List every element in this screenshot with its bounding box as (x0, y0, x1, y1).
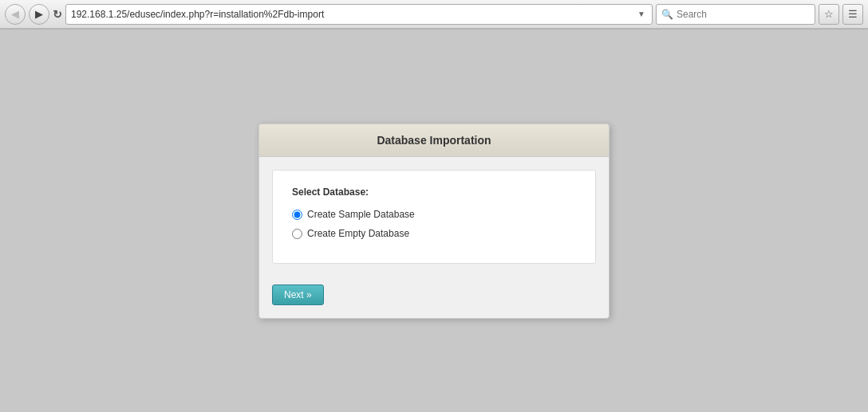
refresh-button[interactable]: ↻ (53, 8, 62, 21)
dialog-body: Select Database: Create Sample Database … (272, 170, 596, 264)
radio-empty[interactable] (292, 229, 302, 239)
menu-button[interactable]: ☰ (842, 4, 863, 25)
url-dropdown-button[interactable]: ▼ (636, 10, 647, 18)
dialog-title: Database Importation (377, 134, 491, 147)
dialog-card: Database Importation Select Database: Cr… (258, 124, 610, 319)
search-bar-container: 🔍 (656, 4, 815, 25)
search-input[interactable] (677, 9, 810, 20)
dialog-footer: Next » (259, 277, 609, 318)
radio-empty-label[interactable]: Create Empty Database (307, 228, 409, 239)
browser-chrome: ◀ ▶ ↻ ▼ 🔍 ☆ ☰ (0, 0, 868, 29)
select-db-label: Select Database: (292, 186, 576, 198)
dialog-header: Database Importation (259, 124, 609, 157)
bookmark-button[interactable]: ☆ (819, 4, 839, 25)
forward-button[interactable]: ▶ (29, 4, 49, 25)
url-bar-container: ▼ (65, 4, 653, 25)
url-input[interactable] (71, 9, 633, 20)
page-content: Database Importation Select Database: Cr… (0, 29, 868, 412)
back-button[interactable]: ◀ (5, 4, 26, 25)
radio-sample-label[interactable]: Create Sample Database (307, 209, 415, 220)
radio-option-sample: Create Sample Database (292, 209, 576, 220)
search-icon: 🔍 (661, 9, 673, 20)
browser-toolbar: ◀ ▶ ↻ ▼ 🔍 ☆ ☰ (0, 0, 868, 29)
next-button[interactable]: Next » (272, 284, 324, 305)
radio-option-empty: Create Empty Database (292, 228, 576, 239)
radio-sample[interactable] (292, 210, 302, 220)
